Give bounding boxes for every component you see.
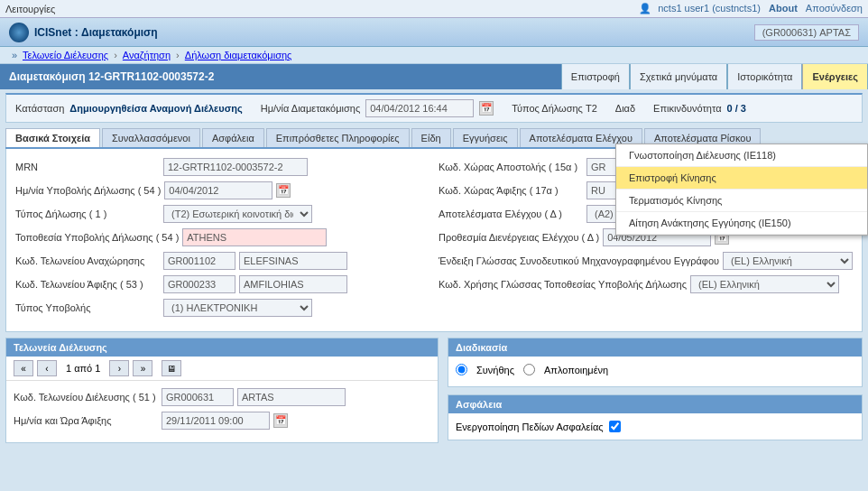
customs-date-input[interactable] — [162, 412, 270, 430]
apot-label: Αποτελέσματα Ελέγχου ( Δ ) — [439, 208, 583, 219]
nav-page-label: 1 από 1 — [60, 363, 106, 374]
logout-link[interactable]: Αποσύνδεση — [806, 3, 863, 14]
nav-screen-btn[interactable]: 🖥 — [162, 360, 181, 376]
typos-select[interactable]: (T2) Εσωτερική κοινοτική διαμ/ση — [163, 205, 312, 223]
typos-ypov-label: Τύπος Υποβολής — [15, 302, 160, 313]
tab-eidi[interactable]: Είδη — [411, 128, 451, 147]
diad-field: Διαδ — [615, 103, 635, 114]
customs-nav: « ‹ 1 από 1 › » 🖥 — [6, 357, 438, 381]
tab-vasika[interactable]: Βασικά Στοιχεία — [5, 128, 100, 147]
main-header: Διαμετακόμιση 12-GRTR1102-0003572-2 Επισ… — [0, 64, 868, 89]
kwd-glwssas-row: Κωδ. Χρήσης Γλώσσας Τοποθεσίας Υποβολής … — [439, 275, 853, 293]
tab-synallassomenoi[interactable]: Συναλλασσόμενοι — [102, 128, 200, 147]
kwd-glwssas-select[interactable]: (EL) Ελληνική — [690, 275, 839, 293]
topos-row: Τοποθεσία Υποβολής Δήλωσης ( 54 ) — [15, 228, 429, 246]
mrn-row: MRN — [15, 158, 429, 176]
customs-form: Κωδ. Τελωνείου Διέλευσης ( 51 ) Ημ/νία κ… — [6, 381, 438, 442]
form-left: MRN Ημ/νία Υποβολής Δήλωσης ( 54 ) 📅 Τύπ… — [15, 158, 429, 322]
security-checkbox-label: Ενεργοποίηση Πεδίων Ασφαλείας — [456, 422, 604, 432]
security-checkbox[interactable] — [609, 421, 621, 432]
right-panels: Διαδικασία Συνήθης Απλοποιημένη Ασφάλεια… — [448, 338, 863, 443]
topos-label: Τοποθεσία Υποβολής Δήλωσης ( 54 ) — [15, 232, 179, 243]
dropdown-item-termatismos[interactable]: Τερματισμός Κίνησης — [616, 190, 867, 212]
nav-last-btn[interactable]: » — [133, 360, 152, 376]
bottom-section: Τελωνεία Διέλευσης « ‹ 1 από 1 › » 🖥 Κωδ… — [5, 338, 863, 443]
crumb-1[interactable]: Τελωνείο Διέλευσης — [23, 50, 108, 60]
imerom-input[interactable] — [164, 181, 272, 199]
tab-asfalia[interactable]: Ασφάλεια — [202, 128, 264, 147]
kwd-afixis-input1[interactable] — [163, 275, 235, 293]
crumb-chevron: » — [12, 50, 17, 60]
breadcrumb: » Τελωνείο Διέλευσης › Αναζήτηση › Δήλωσ… — [0, 47, 868, 64]
customs-date-row: Ημ/νία και Ώρα Άφιξης 📅 — [14, 412, 430, 430]
energeies-dropdown: Γνωστοποίηση Διέλευσης (ΙΕ118) Επιστροφή… — [615, 144, 868, 236]
customs-tel-input2[interactable] — [237, 388, 346, 406]
nav-prev-btn[interactable]: ‹ — [37, 360, 57, 376]
kwd-afixis-input2[interactable] — [239, 275, 347, 293]
typos-ypov-select[interactable]: (1) ΗΛΕΚΤΡΟΝΙΚΗ — [163, 299, 312, 317]
kwd-xwras-afixis-label: Κωδ. Χώρας Άφιξης ( 17α ) — [439, 185, 583, 196]
customs-panel: Τελωνεία Διέλευσης « ‹ 1 από 1 › » 🖥 Κωδ… — [5, 338, 439, 443]
typos-row: Τύπος Δήλωσης ( 1 ) (T2) Εσωτερική κοινο… — [15, 205, 429, 223]
sxetika-button[interactable]: Σχετικά μηνύματα — [630, 64, 727, 89]
imerom-cal-icon[interactable]: 📅 — [276, 183, 291, 198]
customs-date-label: Ημ/νία και Ώρα Άφιξης — [14, 415, 158, 426]
app-label: Λειτουργίες — [5, 4, 55, 14]
user-text: ncts1 user1 (custncts1) — [658, 3, 761, 14]
customs-tel-input1[interactable] — [162, 388, 234, 406]
statusbar: Κατάσταση Δημιουργηθείσα Αναμονή Διέλευσ… — [5, 93, 863, 123]
topos-input[interactable] — [182, 228, 327, 246]
titlebar-title: ICISnet : Διαμετακόμιση — [34, 26, 158, 39]
endeixis-select[interactable]: (EL) Ελληνική — [723, 252, 853, 270]
dropdown-item-ie150[interactable]: Αίτηση Ανάκτησης Εγγύησης (IE150) — [616, 212, 867, 235]
topbar: Λειτουργίες 👤 ncts1 user1 (custncts1) Ab… — [0, 0, 868, 18]
typos-label: Τύπος Δήλωσης T2 — [512, 103, 597, 114]
istorikotita-button[interactable]: Ιστορικότητα — [727, 64, 802, 89]
typos-label: Τύπος Δήλωσης ( 1 ) — [15, 208, 160, 219]
about-link[interactable]: About — [769, 3, 798, 14]
kwd-tel-label: Κωδ. Τελωνείου Αναχώρησης — [15, 255, 160, 266]
imerom-row: Ημ/νία Υποβολής Δήλωσης ( 54 ) 📅 — [15, 181, 429, 199]
customs-tel-row: Κωδ. Τελωνείου Διέλευσης ( 51 ) — [14, 388, 430, 406]
kwd-tel-input2[interactable] — [239, 252, 347, 270]
procedure-aplopoiimeni-radio[interactable] — [523, 364, 535, 375]
crumb-3[interactable]: Δήλωση διαμετακόμισης — [185, 50, 292, 60]
date-label: Ημ/νία Διαμετακόμισης — [261, 103, 361, 114]
date-input[interactable] — [365, 99, 474, 117]
typos-field: Τύπος Δήλωσης T2 — [512, 103, 597, 114]
dropdown-item-ie118[interactable]: Γνωστοποίηση Διέλευσης (ΙΕ118) — [616, 144, 867, 167]
procedure-sinithis-radio[interactable] — [456, 364, 467, 375]
arrow-2: › — [176, 50, 182, 60]
user-icon: 👤 — [639, 3, 651, 14]
epistrofi-button[interactable]: Επιστροφή — [561, 64, 630, 89]
katastasi-value: Δημιουργηθείσα Αναμονή Διέλευσης — [69, 103, 242, 114]
nav-first-btn[interactable]: « — [14, 360, 33, 376]
titlebar: ICISnet : Διαμετακόμιση (GR000631) ΑΡΤΑΣ — [0, 18, 868, 47]
arrow-1: › — [114, 50, 120, 60]
epik-field: Επικινδυνότητα 0 / 3 — [653, 103, 746, 114]
endeixis-row: Ένδειξη Γλώσσας Συνοδευτικού Μηχανογραφη… — [439, 252, 853, 270]
energeies-button[interactable]: Ενέργειες — [802, 64, 868, 89]
date-cal-icon[interactable]: 📅 — [479, 101, 494, 116]
katastasi-label: Κατάσταση — [15, 103, 64, 114]
kwd-tel-input1[interactable] — [163, 252, 235, 270]
office-label: (GR000631) ΑΡΤΑΣ — [754, 24, 859, 41]
mrn-input[interactable] — [163, 158, 308, 176]
customs-tel-label: Κωδ. Τελωνείου Διέλευσης ( 51 ) — [14, 392, 158, 403]
customs-cal-icon[interactable]: 📅 — [273, 413, 288, 428]
proth-label: Προθεσμία Διενέργειας Ελέγχου ( Δ ) — [439, 232, 599, 243]
dropdown-item-epistrofi[interactable]: Επιστροφή Κίνησης — [616, 167, 867, 190]
typos-ypov-row: Τύπος Υποβολής (1) ΗΛΕΚΤΡΟΝΙΚΗ — [15, 299, 429, 317]
procedure-header: Διαδικασία — [448, 338, 862, 357]
nav-next-btn[interactable]: › — [109, 360, 129, 376]
procedure-body: Συνήθης Απλοποιημένη — [448, 357, 862, 386]
kwd-xwras-apost-label: Κωδ. Χώρας Αποστολής ( 15α ) — [439, 162, 583, 172]
kwd-afixis-row: Κωδ. Τελωνείου Άφιξης ( 53 ) — [15, 275, 429, 293]
crumb-2[interactable]: Αναζήτηση — [123, 50, 171, 60]
security-header: Ασφάλεια — [448, 395, 862, 413]
kwd-tel-row: Κωδ. Τελωνείου Αναχώρησης — [15, 252, 429, 270]
procedure-sinithis-label: Συνήθης — [476, 365, 514, 375]
imerom-label: Ημ/νία Υποβολής Δήλωσης ( 54 ) — [15, 185, 161, 196]
tab-epiprosthetes[interactable]: Επιπρόσθετες Πληροφορίες — [266, 128, 410, 147]
tab-eggyiseis[interactable]: Εγγυήσεις — [453, 128, 518, 147]
